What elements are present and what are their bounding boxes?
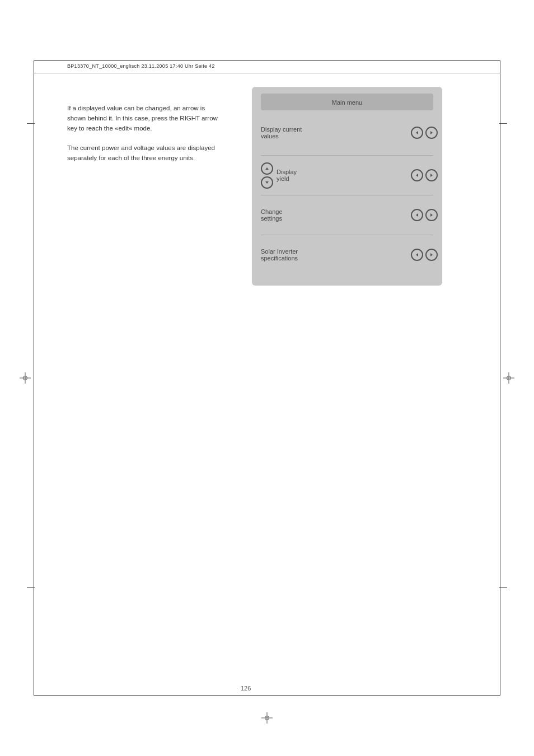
reg-mark-right-top — [499, 123, 507, 124]
solar-inverter-arrows — [411, 249, 438, 261]
right-crosshair — [503, 372, 514, 384]
menu-title: Main menu — [332, 99, 362, 106]
yield-updown — [261, 162, 273, 189]
main-menu-header: Main menu — [261, 94, 433, 110]
menu-item-solar-inverter: Solar Inverterspecifications — [252, 235, 442, 274]
svg-marker-1 — [430, 131, 433, 134]
down-arrow-icon — [264, 180, 270, 185]
svg-marker-6 — [416, 213, 418, 217]
right-arrow-icon — [429, 212, 434, 218]
right-arrow-icon — [429, 172, 434, 178]
svg-marker-9 — [430, 253, 433, 256]
change-settings-right-arrow[interactable] — [425, 209, 438, 221]
header-text: BP13370_NT_10000_englisch 23.11.2005 17:… — [67, 63, 215, 69]
up-arrow-icon — [264, 166, 270, 171]
border-top — [34, 60, 500, 61]
bottom-crosshair — [261, 712, 273, 724]
change-settings-arrows — [411, 209, 438, 221]
paragraph2: The current power and voltage values are… — [67, 143, 224, 164]
left-arrow-icon — [414, 172, 420, 178]
solar-inverter-left-arrow[interactable] — [411, 249, 423, 261]
left-arrow-icon — [414, 252, 420, 258]
svg-marker-3 — [265, 181, 269, 184]
left-arrow-icon — [414, 212, 420, 218]
svg-marker-8 — [416, 253, 418, 256]
reg-mark-left-bottom — [27, 587, 35, 588]
display-current-right-arrow[interactable] — [425, 127, 438, 139]
header-line — [34, 73, 500, 73]
svg-marker-7 — [430, 213, 433, 217]
menu-container: Main menu Display currentvalues — [252, 87, 442, 286]
display-yield-arrows — [411, 169, 438, 181]
border-right — [500, 60, 500, 696]
right-panel: Main menu Display currentvalues — [241, 87, 476, 286]
solar-inverter-right-arrow[interactable] — [425, 249, 438, 261]
page-number: 126 — [241, 685, 251, 692]
reg-mark-left-top — [27, 123, 35, 124]
left-column: If a displayed value can be changed, an … — [67, 104, 224, 174]
border-left — [34, 60, 34, 696]
display-yield-label: Displayyield — [277, 164, 406, 186]
display-current-left-arrow[interactable] — [411, 127, 423, 139]
paragraph1: If a displayed value can be changed, an … — [67, 104, 224, 133]
svg-marker-2 — [265, 167, 269, 170]
left-arrow-icon — [414, 130, 420, 136]
right-arrow-icon — [429, 252, 434, 258]
svg-marker-4 — [416, 174, 418, 177]
yield-down-arrow[interactable] — [261, 176, 273, 189]
yield-up-arrow[interactable] — [261, 162, 273, 175]
change-settings-left-arrow[interactable] — [411, 209, 423, 221]
display-current-arrows — [411, 127, 438, 139]
change-settings-label: Changesettings — [261, 204, 406, 226]
menu-item-change-settings: Changesettings — [252, 195, 442, 235]
svg-marker-5 — [430, 174, 433, 177]
menu-item-display-yield: Displayyield — [252, 156, 442, 195]
display-yield-left-arrow[interactable] — [411, 169, 423, 181]
right-arrow-icon — [429, 130, 434, 136]
reg-mark-right-bottom — [499, 587, 507, 588]
display-yield-right-arrow[interactable] — [425, 169, 438, 181]
svg-marker-0 — [416, 131, 418, 134]
menu-item-display-current: Display currentvalues — [252, 110, 442, 155]
border-bottom — [34, 695, 500, 696]
left-crosshair — [20, 372, 31, 384]
solar-inverter-label: Solar Inverterspecifications — [261, 244, 406, 266]
display-current-label: Display currentvalues — [261, 122, 406, 144]
